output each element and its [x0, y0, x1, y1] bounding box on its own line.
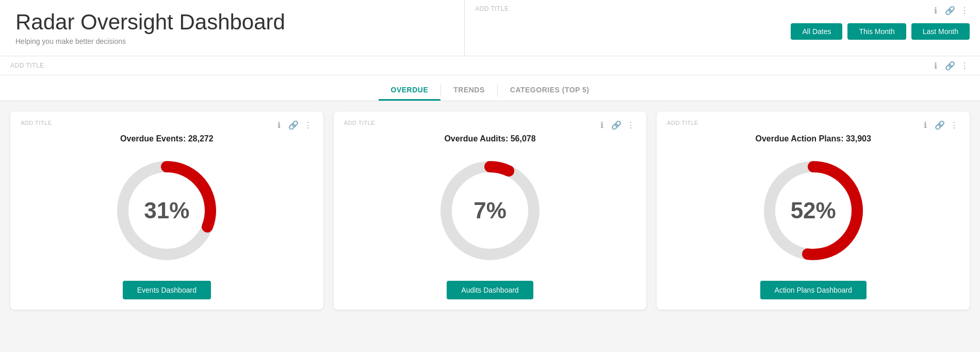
cards-section: ADD TITLE ℹ 🔗 ⋮ Overdue Events: 28,272 3… [0, 101, 980, 320]
tab-overdue[interactable]: OVERDUE [379, 81, 441, 101]
add-title-second: ADD TITLE [10, 62, 44, 69]
last-month-button[interactable]: Last Month [911, 23, 970, 40]
second-link-icon[interactable]: 🔗 [945, 60, 955, 71]
tab-trends[interactable]: TRENDS [441, 81, 497, 101]
all-dates-button[interactable]: All Dates [791, 23, 842, 40]
events-info-icon[interactable]: ℹ [274, 120, 284, 130]
action-plans-add-title: ADD TITLE [667, 120, 698, 126]
info-icon[interactable]: ℹ [930, 5, 941, 15]
action-plans-info-icon[interactable]: ℹ [920, 120, 930, 130]
header-left: Radar Oversight Dashboard Helping you ma… [0, 0, 464, 56]
audits-percentage: 7% [473, 198, 507, 223]
main-title: Radar Oversight Dashboard [15, 10, 449, 34]
action-plans-link-icon[interactable]: 🔗 [935, 120, 945, 130]
events-overdue-label: Overdue Events: 28,272 [120, 134, 214, 143]
audits-link-icon[interactable]: 🔗 [611, 120, 622, 130]
events-card: ADD TITLE ℹ 🔗 ⋮ Overdue Events: 28,272 3… [10, 111, 323, 310]
second-bar-icon-group: ℹ 🔗 ⋮ [930, 60, 970, 71]
second-more-icon[interactable]: ⋮ [959, 60, 970, 71]
date-filter-row: All Dates This Month Last Month [475, 23, 970, 40]
second-bar: ADD TITLE ℹ 🔗 ⋮ [0, 56, 980, 75]
audits-add-title: ADD TITLE [344, 120, 375, 126]
action-plans-dashboard-button[interactable]: Action Plans Dashboard [760, 281, 867, 299]
audits-info-icon[interactable]: ℹ [597, 120, 607, 130]
audits-more-icon[interactable]: ⋮ [626, 120, 636, 130]
audits-dashboard-button[interactable]: Audits Dashboard [447, 281, 533, 299]
tab-categories[interactable]: CATEGORIES (TOP 5) [498, 81, 602, 101]
events-link-icon[interactable]: 🔗 [288, 120, 299, 130]
audits-overdue-label: Overdue Audits: 56,078 [444, 134, 535, 143]
action-plans-donut: 52% [757, 154, 870, 267]
action-plans-percentage: 52% [791, 198, 836, 223]
audits-donut: 7% [433, 154, 547, 267]
action-plans-card: ADD TITLE ℹ 🔗 ⋮ Overdue Action Plans: 33… [657, 111, 970, 310]
action-plans-more-icon[interactable]: ⋮ [949, 120, 959, 130]
events-percentage: 31% [144, 198, 189, 223]
events-add-title: ADD TITLE [21, 120, 52, 126]
header-right: ADD TITLE ℹ 🔗 ⋮ All Dates This Month Las… [464, 0, 980, 56]
events-more-icon[interactable]: ⋮ [303, 120, 313, 130]
this-month-button[interactable]: This Month [847, 23, 906, 40]
second-info-icon[interactable]: ℹ [930, 60, 941, 71]
audits-card: ADD TITLE ℹ 🔗 ⋮ Overdue Audits: 56,078 7… [334, 111, 647, 310]
subtitle: Helping you make better decisions [15, 37, 449, 45]
link-icon[interactable]: 🔗 [945, 5, 955, 15]
tabs-row: OVERDUE TRENDS CATEGORIES (TOP 5) [0, 75, 980, 101]
events-donut: 31% [110, 154, 223, 267]
more-icon[interactable]: ⋮ [959, 5, 970, 15]
action-plans-overdue-label: Overdue Action Plans: 33,903 [755, 134, 871, 143]
add-title-top: ADD TITLE [475, 5, 509, 12]
events-dashboard-button[interactable]: Events Dashboard [123, 281, 211, 299]
header-icon-group: ℹ 🔗 ⋮ [930, 5, 970, 15]
